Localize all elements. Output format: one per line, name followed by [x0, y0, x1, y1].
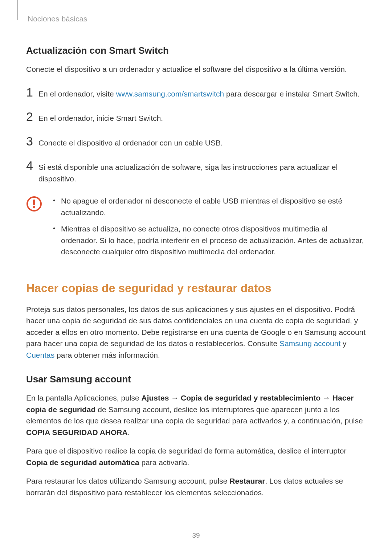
document-page: Nociones básicas Actualización con Smart… — [0, 0, 392, 498]
text-fragment: para descargar e instalar Smart Switch. — [224, 90, 360, 98]
bold-text: Copia de seguridad automática — [26, 458, 139, 467]
warning-block: • No apague el ordenador ni desconecte e… — [26, 195, 366, 263]
backup-intro: Proteja sus datos personales, los datos … — [26, 304, 366, 361]
arrow-separator: → — [320, 394, 332, 402]
text-fragment: para obtener más información. — [54, 351, 160, 359]
text-fragment: para activarla. — [139, 458, 189, 467]
samsung-account-p3: Para restaurar los datos utilizando Sams… — [26, 475, 366, 498]
bold-text: Restaurar — [229, 477, 265, 485]
heading-samsung-account: Usar Samsung account — [26, 374, 366, 385]
step-number: 2 — [26, 110, 38, 123]
steps-list: 1 En el ordenador, visite www.samsung.co… — [26, 86, 366, 185]
bullet-icon: • — [53, 195, 61, 206]
heading-smart-switch: Actualización con Smart Switch — [26, 45, 366, 56]
bold-text: COPIA SEGURIDAD AHORA — [26, 428, 128, 436]
text-fragment: y — [340, 339, 346, 348]
step-item: 1 En el ordenador, visite www.samsung.co… — [26, 86, 366, 100]
page-number: 39 — [0, 532, 392, 539]
text-fragment: En el ordenador, visite — [38, 90, 116, 98]
step-text: En el ordenador, inicie Smart Switch. — [38, 110, 163, 124]
step-text: Si está disponible una actualización de … — [38, 159, 366, 184]
warning-item: • Mientras el dispositivo se actualiza, … — [53, 223, 366, 258]
svg-rect-1 — [33, 200, 35, 205]
step-number: 3 — [26, 135, 38, 147]
warning-list: • No apague el ordenador ni desconecte e… — [53, 195, 366, 263]
breadcrumb: Nociones básicas — [28, 15, 366, 23]
samsung-account-p2: Para que el dispositivo realice la copia… — [26, 445, 366, 468]
text-fragment: Para que el dispositivo realice la copia… — [26, 447, 347, 455]
samsung-account-p1: En la pantalla Aplicaciones, pulse Ajust… — [26, 392, 366, 438]
step-number: 4 — [26, 159, 38, 172]
text-fragment: En la pantalla Aplicaciones, pulse — [26, 394, 142, 402]
step-text: En el ordenador, visite www.samsung.com/… — [38, 86, 360, 100]
arrow-separator: → — [169, 394, 181, 402]
step-item: 4 Si está disponible una actualización d… — [26, 159, 366, 184]
smartswitch-link[interactable]: www.samsung.com/smartswitch — [116, 90, 224, 98]
bold-text: Copia de seguridad y restablecimiento — [181, 394, 320, 402]
heading-backup-restore: Hacer copias de seguridad y restaurar da… — [26, 282, 366, 295]
intro-text: Conecte el dispositivo a un ordenador y … — [26, 63, 366, 75]
caution-icon — [26, 196, 42, 212]
warning-text: Mientras el dispositivo se actualiza, no… — [61, 223, 366, 258]
samsung-account-link[interactable]: Samsung account — [279, 339, 340, 348]
step-item: 3 Conecte el dispositivo al ordenador co… — [26, 135, 366, 149]
warning-text: No apague el ordenador ni desconecte el … — [61, 195, 366, 218]
step-item: 2 En el ordenador, inicie Smart Switch. — [26, 110, 366, 124]
warning-item: • No apague el ordenador ni desconecte e… — [53, 195, 366, 218]
svg-point-2 — [33, 206, 35, 208]
bullet-icon: • — [53, 223, 61, 234]
bold-text: Ajustes — [142, 394, 169, 402]
text-fragment: . — [128, 428, 130, 436]
step-text: Conecte el dispositivo al ordenador con … — [38, 135, 223, 149]
text-fragment: Para restaurar los datos utilizando Sams… — [26, 477, 229, 485]
step-number: 1 — [26, 86, 38, 98]
accounts-link[interactable]: Cuentas — [26, 351, 54, 359]
